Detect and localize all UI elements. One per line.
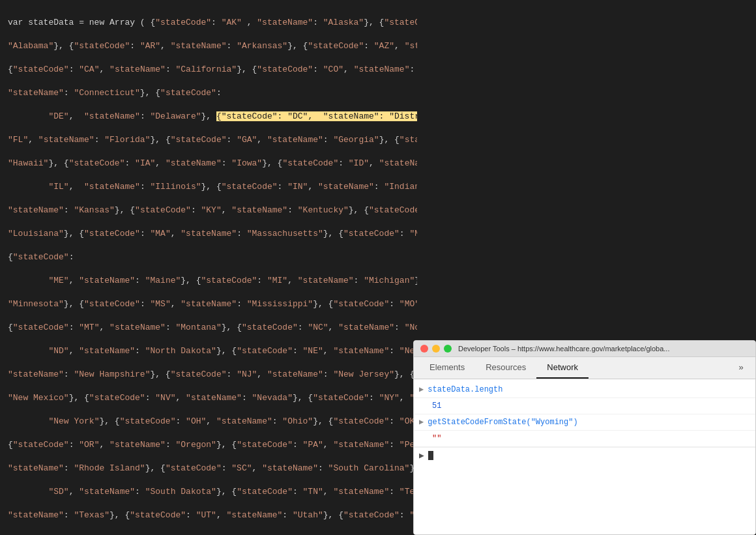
code-line-16: "stateName": "New Hampshire"}, {"stateCo… [8, 369, 409, 381]
code-line-20: "stateName": "Rhode Island"}, {"stateCod… [8, 463, 409, 474]
code-line-3: {"stateCode": "CA", "stateName": "Califo… [8, 64, 409, 76]
console-entry-1: ▶ stateData.length [414, 382, 755, 398]
console-prompt[interactable]: ▶ [414, 447, 755, 463]
console-result-1: 51 [414, 398, 755, 414]
devtools-titlebar: Developer Tools – https://www.healthcare… [414, 341, 755, 357]
code-line-14: {"stateCode": "MT", "stateName": "Montan… [8, 322, 409, 334]
code-line-5: "DE", "stateName": "Delaware"}, {"stateC… [8, 111, 409, 123]
devtools-tabs: Elements Resources Network » [414, 357, 755, 379]
code-line-7: "Hawaii"}, {"stateCode": "IA", "stateNam… [8, 158, 409, 169]
code-line-18: "New York"}, {"stateCode": "OH", "stateN… [8, 416, 409, 427]
tab-elements[interactable]: Elements [419, 357, 475, 379]
prompt-arrow: ▶ [419, 450, 424, 461]
code-line-13: "Minnesota"}, {"stateCode": "MS", "state… [8, 298, 409, 310]
code-line-6: "FL", "stateName": "Florida"}, {"stateCo… [8, 134, 409, 146]
console-value-1: 51 [432, 400, 441, 412]
maximize-button[interactable] [444, 345, 452, 353]
result-indent-1 [419, 400, 432, 412]
code-line-19: {"stateCode": "OR", "stateName": "Oregon… [8, 439, 409, 451]
cursor [428, 451, 433, 460]
code-line-9: "stateName": "Kansas"}, {"stateCode": "K… [8, 205, 409, 216]
console-result-2: "" [414, 431, 755, 447]
tab-more[interactable]: » [732, 357, 750, 379]
tab-resources[interactable]: Resources [475, 357, 536, 379]
console-expression-1: stateData.length [428, 384, 502, 396]
code-line-1: var stateData = new Array ( {"stateCode"… [8, 17, 409, 29]
close-button[interactable] [420, 345, 428, 353]
code-line-10: "Louisiana"}, {"stateCode": "MA", "state… [8, 228, 409, 240]
code-line-12: "ME", "stateName": "Maine"}, {"stateCode… [8, 275, 409, 287]
result-indent-2 [419, 433, 432, 444]
code-line-8: "IL", "stateName": "Illinois"}, {"stateC… [8, 181, 409, 193]
code-line-4: "stateName": "Connecticut"}, {"stateCode… [8, 87, 409, 99]
devtools-console[interactable]: ▶ stateData.length 51 ▶ getStateCodeFrom… [414, 379, 755, 534]
code-editor[interactable]: var stateData = new Array ( {"stateCode"… [0, 0, 417, 535]
console-expression-2: getStateCodeFromState("Wyoming") [428, 416, 577, 428]
tab-network[interactable]: Network [536, 357, 589, 379]
devtools-panel: Developer Tools – https://www.healthcare… [413, 340, 756, 535]
devtools-url: Developer Tools – https://www.healthcare… [458, 345, 669, 353]
expand-arrow-2[interactable]: ▶ [419, 416, 424, 428]
console-entry-2: ▶ getStateCodeFromState("Wyoming") [414, 414, 755, 431]
expand-arrow-1[interactable]: ▶ [419, 384, 424, 396]
code-line-15: "ND", "stateName": "North Dakota"}, {"st… [8, 345, 409, 357]
code-line-17: "New Mexico"}, {"stateCode": "NV", "stat… [8, 392, 409, 404]
code-line-22: "stateName": "Texas"}, {"stateCode": "UT… [8, 510, 409, 521]
code-line-21: "SD", "stateName": "South Dakota"}, {"st… [8, 486, 409, 498]
code-line-11: {"stateCode": [8, 252, 409, 263]
code-line-2: "Alabama"}, {"stateCode": "AR", "stateNa… [8, 40, 409, 52]
console-value-2: "" [432, 433, 441, 444]
minimize-button[interactable] [432, 345, 440, 353]
